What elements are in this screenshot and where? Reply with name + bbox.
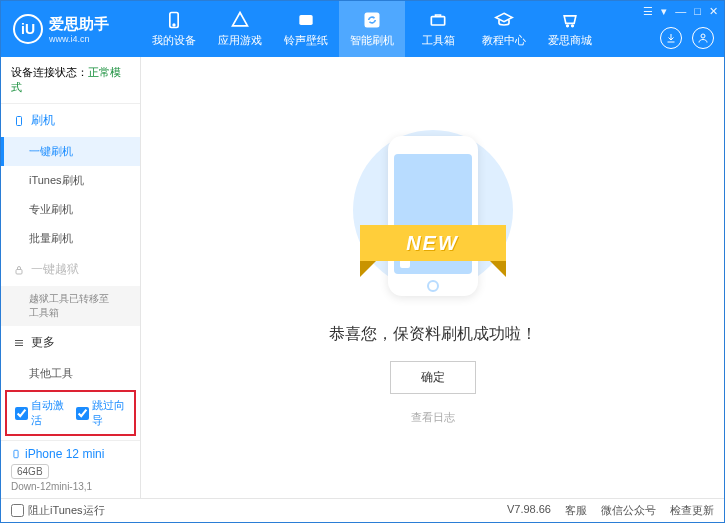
phone-icon — [164, 10, 184, 30]
sidebar-menu: 刷机 一键刷机 iTunes刷机 专业刷机 批量刷机 一键越狱 越狱工具已转移至… — [1, 104, 140, 386]
menu-jailbreak-note: 越狱工具已转移至 工具箱 — [1, 286, 140, 326]
lock-icon — [13, 264, 25, 276]
checkbox-auto-activate[interactable]: 自动激活 — [15, 398, 66, 428]
checkbox-auto-activate-input[interactable] — [15, 407, 28, 420]
refresh-icon — [362, 10, 382, 30]
flash-options-box: 自动激活 跳过向导 — [5, 390, 136, 436]
app-header: iU 爱思助手 www.i4.cn 我的设备 应用游戏 铃声壁纸 智能刷机 工具… — [1, 1, 724, 57]
user-icon — [697, 32, 709, 44]
toolbox-icon — [428, 10, 448, 30]
nav-tutorials[interactable]: 教程中心 — [471, 1, 537, 57]
svg-rect-4 — [431, 17, 444, 25]
ok-button[interactable]: 确定 — [390, 361, 476, 394]
checkbox-skip-guide-input[interactable] — [76, 407, 89, 420]
graduation-icon — [494, 10, 514, 30]
device-phone-icon — [11, 447, 21, 461]
sidebar: 设备连接状态：正常模式 刷机 一键刷机 iTunes刷机 专业刷机 批量刷机 一… — [1, 57, 141, 498]
device-info: iPhone 12 mini 64GB Down-12mini-13,1 — [1, 440, 140, 498]
block-itunes-input[interactable] — [11, 504, 24, 517]
phone-small-icon — [13, 115, 25, 127]
nav-apps-games[interactable]: 应用游戏 — [207, 1, 273, 57]
app-logo-icon: iU — [13, 14, 43, 44]
menu-group-flash[interactable]: 刷机 — [1, 104, 140, 137]
svg-point-5 — [567, 25, 569, 27]
check-update-link[interactable]: 检查更新 — [670, 503, 714, 518]
success-message: 恭喜您，保资料刷机成功啦！ — [329, 324, 537, 345]
menu-group-jailbreak[interactable]: 一键越狱 — [1, 253, 140, 286]
main-content: NEW 恭喜您，保资料刷机成功啦！ 确定 查看日志 — [141, 57, 724, 498]
success-illustration: NEW — [368, 130, 498, 310]
customer-service-link[interactable]: 客服 — [565, 503, 587, 518]
nav-store[interactable]: 爱思商城 — [537, 1, 603, 57]
block-itunes-checkbox[interactable]: 阻止iTunes运行 — [11, 503, 105, 518]
cart-icon — [560, 10, 580, 30]
maximize-icon[interactable]: □ — [694, 5, 701, 18]
menu-group-more[interactable]: 更多 — [1, 326, 140, 359]
window-controls: ☰ ▾ — □ ✕ — [643, 5, 718, 18]
download-icon — [665, 32, 677, 44]
new-banner: NEW — [360, 225, 506, 261]
svg-point-6 — [572, 25, 574, 27]
menu-icon[interactable]: ☰ — [643, 5, 653, 18]
connection-status: 设备连接状态：正常模式 — [1, 57, 140, 104]
menu-item-batch-flash[interactable]: 批量刷机 — [1, 224, 140, 253]
wechat-link[interactable]: 微信公众号 — [601, 503, 656, 518]
status-bar: 阻止iTunes运行 V7.98.66 客服 微信公众号 检查更新 — [1, 498, 724, 522]
checkbox-skip-guide[interactable]: 跳过向导 — [76, 398, 127, 428]
menu-item-other-tools[interactable]: 其他工具 — [1, 359, 140, 386]
version-label: V7.98.66 — [507, 503, 551, 518]
nav-toolbox[interactable]: 工具箱 — [405, 1, 471, 57]
close-icon[interactable]: ✕ — [709, 5, 718, 18]
device-storage-badge: 64GB — [11, 464, 49, 479]
menu-item-itunes-flash[interactable]: iTunes刷机 — [1, 166, 140, 195]
svg-rect-8 — [17, 116, 22, 125]
nav-ringtone-wallpaper[interactable]: 铃声壁纸 — [273, 1, 339, 57]
top-nav: 我的设备 应用游戏 铃声壁纸 智能刷机 工具箱 教程中心 爱思商城 — [141, 1, 603, 57]
minimize-icon[interactable]: — — [675, 5, 686, 18]
device-name-row[interactable]: iPhone 12 mini — [11, 447, 130, 461]
nav-smart-flash[interactable]: 智能刷机 — [339, 1, 405, 57]
view-log-link[interactable]: 查看日志 — [411, 410, 455, 425]
svg-rect-9 — [16, 269, 22, 274]
svg-point-7 — [701, 34, 705, 38]
svg-rect-10 — [14, 450, 18, 458]
app-name: 爱思助手 — [49, 15, 109, 34]
menu-item-oneclick-flash[interactable]: 一键刷机 — [1, 137, 140, 166]
svg-rect-3 — [365, 13, 380, 28]
svg-rect-2 — [299, 15, 312, 25]
download-button[interactable] — [660, 27, 682, 49]
user-button[interactable] — [692, 27, 714, 49]
settings-icon[interactable]: ▾ — [661, 5, 667, 18]
apps-icon — [230, 10, 250, 30]
nav-my-device[interactable]: 我的设备 — [141, 1, 207, 57]
folder-icon — [296, 10, 316, 30]
list-icon — [13, 337, 25, 349]
svg-point-1 — [173, 24, 175, 26]
header-right-buttons — [660, 27, 714, 49]
logo-area: iU 爱思助手 www.i4.cn — [1, 14, 141, 44]
menu-item-pro-flash[interactable]: 专业刷机 — [1, 195, 140, 224]
app-url: www.i4.cn — [49, 34, 109, 44]
device-firmware: Down-12mini-13,1 — [11, 481, 130, 492]
